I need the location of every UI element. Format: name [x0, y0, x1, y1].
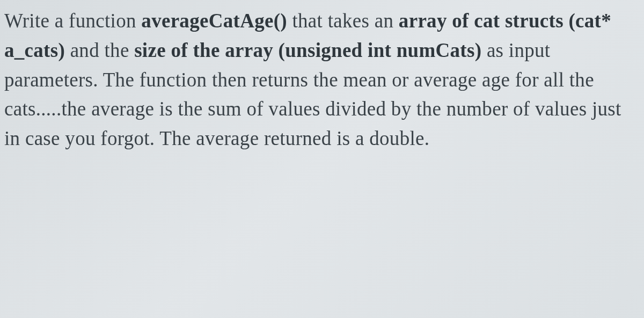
text-segment-3: and the: [65, 39, 134, 61]
function-name: averageCatAge(): [141, 10, 287, 32]
param-size: size of the array (unsigned int numCats): [134, 39, 481, 61]
text-segment-2: that takes an: [287, 10, 399, 32]
text-segment-1: Write a function: [4, 10, 141, 32]
question-text: Write a function averageCatAge() that ta…: [4, 6, 640, 154]
